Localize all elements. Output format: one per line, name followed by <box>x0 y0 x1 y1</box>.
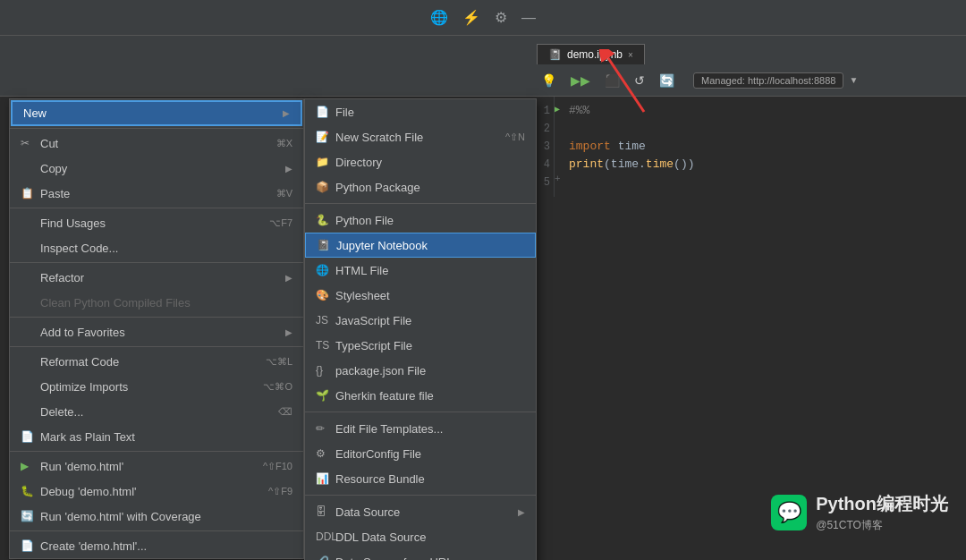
sub-item-stylesheet[interactable]: 🎨 Stylesheet <box>305 283 536 308</box>
copy-label: Copy <box>40 162 282 175</box>
menu-item-optimize[interactable]: Optimize Imports ⌥⌘O <box>10 374 303 399</box>
tab-file-icon: 📓 <box>548 48 562 61</box>
run-toolbar: 💡 ▶▶ ⬛ ↺ 🔄 Managed: http://localhost:888… <box>0 64 966 97</box>
css-icon: 🎨 <box>316 289 332 301</box>
sub-item-editorconfig[interactable]: ⚙ EditorConfig File <box>305 441 536 466</box>
menu-item-delete[interactable]: Delete... ⌫ <box>10 399 303 424</box>
jupyter-notebook-label: Jupyter Notebook <box>336 239 524 252</box>
paste-shortcut: ⌘V <box>276 188 292 199</box>
split-icon[interactable]: ⚡ <box>459 5 484 30</box>
sub-item-gherkin[interactable]: 🌱 Gherkin feature file <box>305 383 536 408</box>
run-cell-arrow[interactable]: ▶ <box>555 102 560 115</box>
sub-item-jupyter-notebook[interactable]: 📓 Jupyter Notebook <box>305 233 536 258</box>
menu-item-create-demo[interactable]: 📄 Create 'demo.html'... <box>10 533 303 558</box>
sub-item-file[interactable]: 📄 File <box>305 99 536 124</box>
jupyter-run-icon[interactable]: 💡 <box>537 71 561 90</box>
resource-bundle-icon: 📊 <box>316 472 332 485</box>
directory-label: Directory <box>335 156 525 169</box>
run-all-button[interactable]: ▶▶ <box>566 71 595 90</box>
menu-item-cut[interactable]: ✂ Cut ⌘X <box>10 131 303 156</box>
ddl-label: DDL Data Source <box>335 530 525 544</box>
server-status: Managed: http://localhost:8888 <box>693 72 843 89</box>
sub-sep3 <box>305 495 536 496</box>
data-source-icon: 🗄 <box>316 505 332 518</box>
code-editor: 1 2 3 4 5 ▶ #%% import time print(time.t… <box>519 97 966 560</box>
delete-shortcut: ⌫ <box>278 406 292 418</box>
data-source-label: Data Source <box>335 505 514 519</box>
settings-icon[interactable]: ⚙ <box>491 5 511 30</box>
new-scratch-label: New Scratch File <box>335 131 505 144</box>
package-json-label: package.json File <box>335 364 525 378</box>
sub-item-package-json[interactable]: {} package.json File <box>305 358 536 383</box>
sep6 <box>10 530 303 531</box>
sub-item-directory[interactable]: 📁 Directory <box>305 149 536 174</box>
menu-item-run-coverage[interactable]: 🔄 Run 'demo.html' with Coverage <box>10 504 303 529</box>
context-menu-main: New ▶ ✂ Cut ⌘X Copy ▶ 📋 Paste ⌘V Find Us… <box>9 98 304 559</box>
menu-item-find-usages[interactable]: Find Usages ⌥F7 <box>10 210 303 235</box>
run-demo-icon: ▶ <box>21 460 37 472</box>
file-icon: 📄 <box>316 106 332 118</box>
paste-icon: 📋 <box>21 187 37 199</box>
menu-item-run-demo[interactable]: ▶ Run 'demo.html' ^⇧F10 <box>10 454 303 479</box>
globe-icon[interactable]: 🌐 <box>427 5 452 30</box>
sub-item-typescript[interactable]: TS TypeScript File <box>305 333 536 358</box>
sub-item-edit-templates[interactable]: ✏ Edit File Templates... <box>305 416 536 441</box>
sub-item-new-scratch[interactable]: 📝 New Scratch File ^⇧N <box>305 124 536 149</box>
sub-item-python-package[interactable]: 📦 Python Package <box>305 174 536 199</box>
create-demo-icon: 📄 <box>21 539 37 552</box>
menu-item-mark-plain[interactable]: 📄 Mark as Plain Text <box>10 424 303 449</box>
mark-plain-icon: 📄 <box>21 430 37 443</box>
copy-arrow: ▶ <box>285 164 292 174</box>
sub-sep1 <box>305 203 536 204</box>
refactor-arrow: ▶ <box>285 273 292 283</box>
inspect-code-label: Inspect Code... <box>40 242 292 255</box>
new-submenu-arrow: ▶ <box>283 108 290 118</box>
edit-templates-label: Edit File Templates... <box>335 422 525 436</box>
add-cell-button[interactable]: + <box>555 174 561 184</box>
sub-item-html-file[interactable]: 🌐 HTML File <box>305 258 536 283</box>
datasource-url-label: Data Source from URL <box>335 556 525 561</box>
optimize-shortcut: ⌥⌘O <box>263 381 292 393</box>
sub-item-data-source[interactable]: 🗄 Data Source ▶ <box>305 499 536 524</box>
menu-new-label: New <box>23 106 279 120</box>
json-icon: {} <box>316 364 332 377</box>
minimize-icon[interactable]: — <box>518 6 539 30</box>
tab-bar: 📓 demo.ipynb × <box>0 36 966 64</box>
optimize-label: Optimize Imports <box>40 380 263 394</box>
sep5 <box>10 451 303 452</box>
watermark-subtitle: @51CTO博客 <box>816 518 948 533</box>
ts-icon: TS <box>316 339 332 352</box>
editorconfig-icon: ⚙ <box>316 447 332 460</box>
menu-item-copy[interactable]: Copy ▶ <box>10 156 303 181</box>
sub-item-resource-bundle[interactable]: 📊 Resource Bundle <box>305 466 536 491</box>
watermark: 💬 Python编程时光 @51CTO博客 <box>771 492 948 533</box>
sep1 <box>10 208 303 208</box>
menu-item-inspect-code[interactable]: Inspect Code... <box>10 235 303 260</box>
sub-item-ddl[interactable]: DDL DDL Data Source <box>305 524 536 549</box>
menu-item-new[interactable]: New ▶ <box>11 100 302 126</box>
run-demo-shortcut: ^⇧F10 <box>263 461 292 472</box>
python-package-label: Python Package <box>335 181 525 194</box>
sep4 <box>10 346 303 347</box>
server-dropdown-arrow[interactable]: ▼ <box>849 75 858 85</box>
menu-item-paste[interactable]: 📋 Paste ⌘V <box>10 181 303 206</box>
menu-item-debug-demo[interactable]: 🐛 Debug 'demo.html' ^⇧F9 <box>10 479 303 504</box>
run-coverage-label: Run 'demo.html' with Coverage <box>40 510 292 523</box>
reformat-shortcut: ⌥⌘L <box>266 356 292 368</box>
paste-label: Paste <box>40 187 276 200</box>
sep3 <box>10 317 303 318</box>
python-package-icon: 📦 <box>316 181 332 193</box>
menu-item-add-to-favorites[interactable]: Add to Favorites ▶ <box>10 319 303 344</box>
menu-item-clean: Clean Python Compiled Files <box>10 290 303 315</box>
menu-item-reformat[interactable]: Reformat Code ⌥⌘L <box>10 349 303 374</box>
sub-item-javascript[interactable]: JS JavaScript File <box>305 308 536 333</box>
sep2 <box>10 262 303 263</box>
sub-item-datasource-url[interactable]: 🔗 Data Source from URL <box>305 549 536 560</box>
top-toolbar: 🌐 ⚡ ⚙ — <box>0 0 966 36</box>
sub-item-python-file[interactable]: 🐍 Python File <box>305 208 536 233</box>
code-line-3: import time <box>569 138 959 156</box>
file-label: File <box>335 106 525 119</box>
mark-plain-label: Mark as Plain Text <box>40 430 292 444</box>
menu-item-refactor[interactable]: Refactor ▶ <box>10 265 303 290</box>
typescript-label: TypeScript File <box>335 339 525 352</box>
